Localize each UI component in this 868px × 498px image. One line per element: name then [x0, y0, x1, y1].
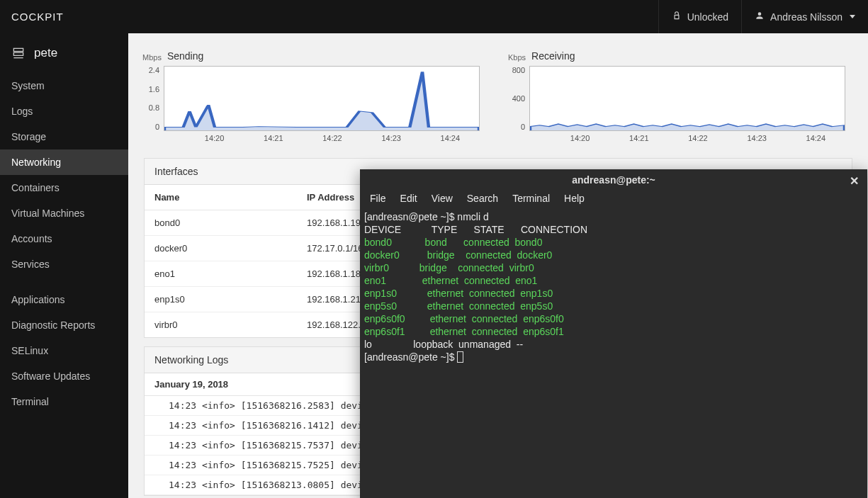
terminal-menu-terminal[interactable]: Terminal: [512, 193, 550, 204]
sidebar-item-software-updates[interactable]: Software Updates: [0, 363, 128, 389]
sidebar-item-logs[interactable]: Logs: [0, 98, 128, 124]
receiving-chart: Kbps Receiving 8004000 14:2014:2114:2214…: [508, 50, 845, 142]
terminal-body[interactable]: [andreasn@pete ~]$ nmcli d DEVICE TYPE S…: [360, 209, 867, 498]
receiving-yaxis: 8004000: [508, 66, 525, 131]
sidebar-item-accounts[interactable]: Accounts: [0, 226, 128, 251]
receiving-unit: Kbps: [508, 53, 526, 62]
sidebar-item-system[interactable]: System: [0, 73, 128, 98]
receiving-title: Receiving: [531, 50, 575, 62]
chevron-down-icon: [850, 15, 855, 18]
user-icon: [755, 11, 765, 23]
col-name: Name: [154, 192, 307, 203]
terminal-menubar: FileEditViewSearchTerminalHelp: [360, 190, 867, 209]
sidebar-item-storage[interactable]: Storage: [0, 124, 128, 149]
sending-title: Sending: [167, 50, 203, 62]
sidebar-item-services[interactable]: Services: [0, 251, 128, 277]
host-name: pete: [34, 46, 57, 60]
server-icon: [11, 46, 26, 60]
receiving-plot: [529, 66, 845, 131]
sidebar-item-selinux[interactable]: SELinux: [0, 338, 128, 363]
sending-chart: Mbps Sending 2.41.60.80 14:2014:2114:221…: [142, 50, 480, 142]
sending-unit: Mbps: [142, 53, 162, 62]
iface-name: virbr0: [154, 319, 307, 330]
lock-icon: [672, 11, 682, 23]
sending-xaxis: 14:2014:2114:2214:2314:24: [185, 134, 480, 142]
brand: COCKPIT: [0, 11, 75, 23]
svg-rect-0: [13, 48, 23, 51]
terminal-window[interactable]: andreasn@pete:~ ✕ FileEditViewSearchTerm…: [360, 169, 867, 498]
lock-label: Unlocked: [687, 11, 728, 23]
lock-toggle[interactable]: Unlocked: [658, 0, 741, 33]
sidebar-item-diagnostic-reports[interactable]: Diagnostic Reports: [0, 312, 128, 338]
iface-name: docker0: [154, 243, 307, 254]
sidebar-item-virtual-machines[interactable]: Virtual Machines: [0, 200, 128, 226]
sidebar-item-terminal[interactable]: Terminal: [0, 389, 128, 414]
svg-rect-1: [13, 52, 23, 55]
terminal-menu-view[interactable]: View: [432, 193, 453, 204]
user-menu[interactable]: Andreas Nilsson: [741, 0, 868, 33]
host-selector[interactable]: pete: [0, 43, 128, 73]
sidebar-item-containers[interactable]: Containers: [0, 175, 128, 200]
terminal-menu-search[interactable]: Search: [467, 193, 498, 204]
terminal-menu-file[interactable]: File: [370, 193, 386, 204]
sending-plot: [164, 66, 480, 131]
sidebar-item-networking[interactable]: Networking: [0, 149, 128, 175]
sidebar-item-applications[interactable]: Applications: [0, 287, 128, 312]
close-icon[interactable]: ✕: [850, 174, 859, 188]
sending-yaxis: 2.41.60.80: [142, 66, 159, 131]
terminal-menu-help[interactable]: Help: [564, 193, 585, 204]
topbar: COCKPIT Unlocked Andreas Nilsson: [0, 0, 868, 33]
sidebar: pete SystemLogsStorageNetworkingContaine…: [0, 33, 128, 498]
iface-name: enp1s0: [154, 294, 307, 305]
receiving-xaxis: 14:2014:2114:2214:2314:24: [551, 134, 845, 142]
iface-name: eno1: [154, 268, 307, 279]
terminal-menu-edit[interactable]: Edit: [400, 193, 417, 204]
iface-name: bond0: [154, 217, 307, 228]
terminal-title: andreasn@pete:~ ✕: [360, 169, 867, 190]
user-name: Andreas Nilsson: [770, 11, 842, 23]
